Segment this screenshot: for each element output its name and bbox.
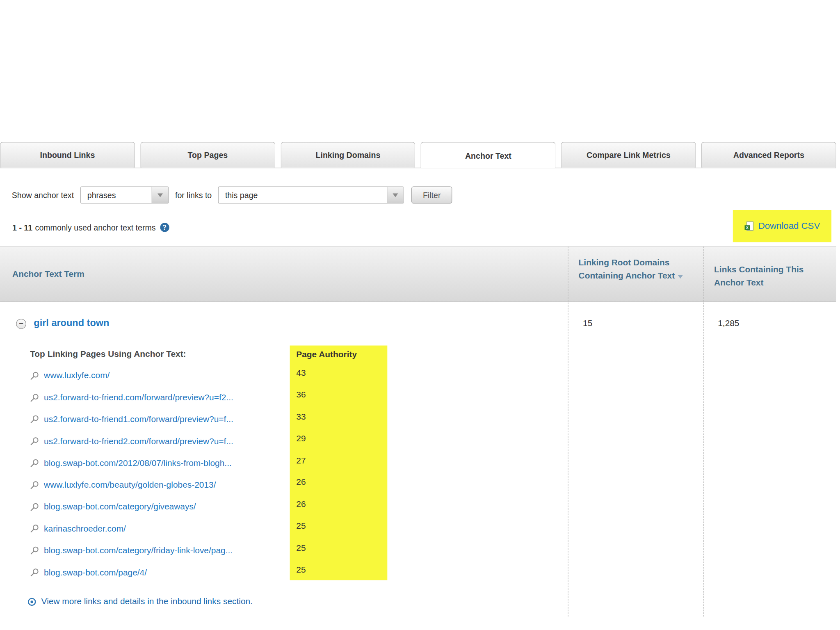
magnifier-icon[interactable] <box>30 371 39 380</box>
linking-page-url[interactable]: www.luxlyfe.com/ <box>44 371 110 381</box>
anchor-text-report-page: Inbound Links Top Pages Linking Domains … <box>0 0 840 630</box>
anchor-text-term-link[interactable]: girl around town <box>34 318 109 329</box>
magnifier-icon[interactable] <box>30 393 39 402</box>
filter-bar: Show anchor text phrases for links to th… <box>12 186 452 204</box>
help-icon[interactable]: ? <box>160 223 169 232</box>
results-summary: 1 - 11 commonly used anchor text terms ? <box>12 223 169 232</box>
linking-page-row: www.luxlyfe.com/beauty/golden-globes-201… <box>30 474 233 496</box>
page-authority-value: 29 <box>296 428 387 450</box>
chevron-down-icon <box>158 193 163 197</box>
tab-top-pages[interactable]: Top Pages <box>140 142 275 168</box>
magnifier-icon[interactable] <box>30 568 39 577</box>
tab-inbound-links[interactable]: Inbound Links <box>0 142 135 168</box>
view-more-links-link[interactable]: View more links and details in the inbou… <box>28 597 253 607</box>
collapse-row-toggle[interactable]: − <box>16 319 26 329</box>
anchor-type-value: phrases <box>81 187 151 203</box>
link-target-value: this page <box>219 187 387 203</box>
linking-page-row: us2.forward-to-friend1.com/forward/previ… <box>30 409 233 430</box>
linking-page-row: blog.swap-bot.com/category/giveaways/ <box>30 496 233 518</box>
column-header-anchor-text-term[interactable]: Anchor Text Term <box>12 269 84 279</box>
magnifier-icon[interactable] <box>30 480 39 489</box>
linking-page-url[interactable]: www.luxlyfe.com/beauty/golden-globes-201… <box>44 480 216 490</box>
filter-button[interactable]: Filter <box>411 187 452 204</box>
linking-page-row: us2.forward-to-friend.com/forward/previe… <box>30 387 233 409</box>
page-authority-value: 26 <box>296 471 387 493</box>
csv-file-icon: x <box>744 221 755 231</box>
link-target-dropdown[interactable]: this page <box>218 187 404 204</box>
linking-page-row: www.luxlyfe.com/ <box>30 365 233 386</box>
column-divider <box>568 247 568 617</box>
magnifier-icon[interactable] <box>30 524 39 533</box>
magnifier-icon[interactable] <box>30 437 39 446</box>
page-authority-value: 33 <box>296 406 387 428</box>
linking-page-url[interactable]: us2.forward-to-friend2.com/forward/previ… <box>44 436 233 446</box>
column-header-links-containing[interactable]: Links Containing This Anchor Text <box>714 262 804 289</box>
for-links-to-label: for links to <box>175 190 212 199</box>
linking-page-url[interactable]: blog.swap-bot.com/page/4/ <box>44 568 147 578</box>
column-header-linking-root-domains[interactable]: Linking Root Domains Containing Anchor T… <box>579 256 690 282</box>
magnifier-icon[interactable] <box>30 502 39 511</box>
magnifier-icon[interactable] <box>30 546 39 555</box>
page-authority-highlight-column: Page Authority 43 36 33 29 27 26 26 25 2… <box>290 345 388 580</box>
download-csv-link[interactable]: x Download CSV <box>733 210 831 242</box>
page-authority-header: Page Authority <box>296 350 387 360</box>
magnifier-icon[interactable] <box>30 415 39 424</box>
linking-page-url[interactable]: blog.swap-bot.com/2012/08/07/links-from-… <box>44 458 232 468</box>
page-authority-values: 43 36 33 29 27 26 26 25 25 25 <box>296 362 387 581</box>
top-linking-pages-list: www.luxlyfe.com/ us2.forward-to-friend.c… <box>30 365 233 583</box>
tab-bar: Inbound Links Top Pages Linking Domains … <box>0 142 836 168</box>
results-summary-text: commonly used anchor text terms <box>35 223 156 232</box>
tab-compare-link-metrics[interactable]: Compare Link Metrics <box>561 142 696 168</box>
tab-advanced-reports[interactable]: Advanced Reports <box>701 142 836 168</box>
anchor-type-dropdown[interactable]: phrases <box>80 187 169 204</box>
linking-page-row: blog.swap-bot.com/page/4/ <box>30 562 233 583</box>
linking-page-url[interactable]: blog.swap-bot.com/category/friday-link-l… <box>44 546 233 556</box>
linking-page-row: blog.swap-bot.com/2012/08/07/links-from-… <box>30 452 233 474</box>
linking-page-url[interactable]: us2.forward-to-friend.com/forward/previe… <box>44 393 233 403</box>
results-range: 1 - 11 <box>12 223 32 232</box>
column-divider <box>703 247 704 617</box>
sort-descending-icon <box>678 275 683 278</box>
linking-page-url[interactable]: us2.forward-to-friend1.com/forward/previ… <box>44 415 233 425</box>
top-linking-pages-title: Top Linking Pages Using Anchor Text: <box>30 349 186 359</box>
magnifier-icon[interactable] <box>30 459 39 468</box>
table-header: Anchor Text Term Linking Root Domains Co… <box>0 247 836 302</box>
bullet-radio-dot <box>30 600 33 603</box>
view-more-links-label: View more links and details in the inbou… <box>41 597 253 607</box>
tab-anchor-text[interactable]: Anchor Text <box>421 142 556 168</box>
show-anchor-text-label: Show anchor text <box>12 190 74 199</box>
linking-page-url[interactable]: blog.swap-bot.com/category/giveaways/ <box>44 502 196 512</box>
links-containing-value: 1,285 <box>718 319 739 329</box>
page-authority-value: 26 <box>296 493 387 515</box>
page-authority-value: 25 <box>296 559 387 581</box>
tab-linking-domains[interactable]: Linking Domains <box>281 142 415 168</box>
dropdown-arrow-button[interactable] <box>152 187 168 203</box>
dropdown-arrow-button[interactable] <box>387 187 403 203</box>
page-authority-value: 43 <box>296 362 387 384</box>
linking-page-url[interactable]: karinaschroeder.com/ <box>44 524 126 534</box>
linking-page-row: karinaschroeder.com/ <box>30 518 233 539</box>
page-authority-value: 36 <box>296 384 387 406</box>
download-csv-label: Download CSV <box>758 221 820 231</box>
linking-root-domains-value: 15 <box>583 319 592 329</box>
linking-page-row: blog.swap-bot.com/category/friday-link-l… <box>30 540 233 562</box>
bullet-radio-icon <box>28 598 36 606</box>
svg-text:x: x <box>746 225 749 230</box>
page-authority-value: 27 <box>296 450 387 471</box>
linking-page-row: us2.forward-to-friend2.com/forward/previ… <box>30 430 233 452</box>
chevron-down-icon <box>393 193 398 197</box>
page-authority-value: 25 <box>296 537 387 559</box>
column-header-label: Linking Root Domains Containing Anchor T… <box>579 258 675 280</box>
page-authority-value: 25 <box>296 515 387 537</box>
